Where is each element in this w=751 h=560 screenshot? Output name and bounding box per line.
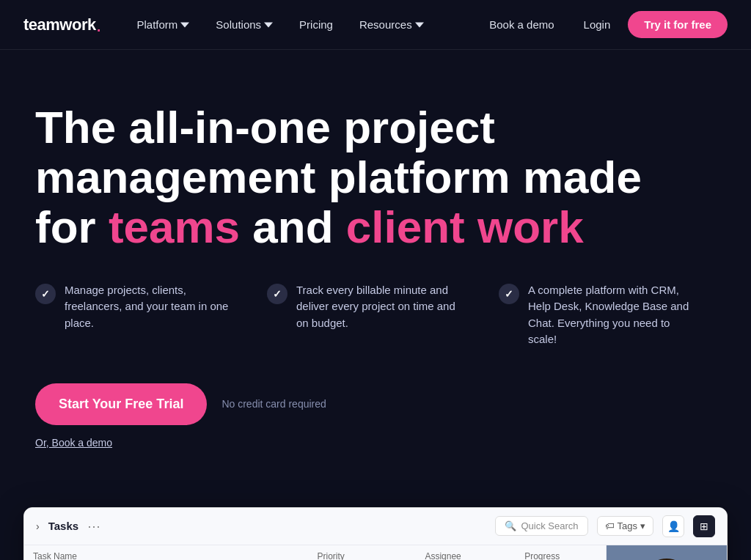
svg-rect-0	[607, 545, 728, 560]
check-icon-2	[267, 284, 287, 304]
nav-resources[interactable]: Resources	[348, 12, 436, 37]
book-demo-nav[interactable]: Book a demo	[477, 12, 565, 37]
pm-photo	[607, 545, 728, 560]
logo-dot: .	[96, 15, 102, 35]
pm-person-svg	[607, 545, 728, 560]
logo-text: teamwork	[23, 15, 96, 34]
try-free-button[interactable]: Try it for free	[628, 11, 728, 38]
user-icon-button[interactable]: 👤	[662, 515, 684, 537]
grid-icon-button[interactable]: ⊞	[693, 515, 715, 537]
hero-features: Manage projects, clients, freelancers, a…	[35, 282, 695, 348]
nav-links: Platform Solutions Pricing Resources	[125, 12, 478, 37]
tags-chevron-icon: ▾	[640, 520, 645, 531]
col-priority: Priority	[308, 545, 416, 560]
tag-icon: 🏷	[605, 520, 615, 531]
nav-solutions[interactable]: Solutions	[204, 12, 285, 37]
check-icon-1	[35, 284, 56, 304]
feature-2: Track every billable minute and deliver …	[267, 282, 464, 348]
feature-3-text: A complete platform with CRM, Help Desk,…	[528, 282, 695, 348]
tags-button[interactable]: 🏷 Tags ▾	[597, 516, 653, 536]
logo[interactable]: teamwork.	[23, 15, 102, 35]
hero-cta: Start Your Free Trial No credit card req…	[35, 383, 716, 425]
nav-pricing[interactable]: Pricing	[287, 12, 345, 37]
search-icon: 🔍	[505, 520, 516, 531]
no-credit-card-text: No credit card required	[221, 398, 326, 410]
navbar: teamwork. Platform Solutions Pricing Res…	[0, 0, 751, 50]
hero-headline: The all-in-one project management platfo…	[35, 103, 681, 253]
col-task-name: Task Name	[24, 545, 308, 560]
feature-1-text: Manage projects, clients, freelancers, a…	[65, 282, 232, 332]
check-icon-3	[499, 284, 519, 304]
hero-section: The all-in-one project management platfo…	[0, 50, 751, 484]
feature-1: Manage projects, clients, freelancers, a…	[35, 282, 232, 348]
app-preview: › Tasks ⋯ 🔍 Quick Search 🏷 Tags ▾ 👤 ⊞ Ta…	[23, 507, 728, 560]
feature-3: A complete platform with CRM, Help Desk,…	[499, 282, 695, 348]
feature-2-text: Track every billable minute and deliver …	[296, 282, 464, 332]
table-area: Task Name Priority Assignee Progress Ta.…	[24, 545, 727, 560]
more-options-icon[interactable]: ⋯	[87, 518, 101, 534]
app-toolbar: › Tasks ⋯ 🔍 Quick Search 🏷 Tags ▾ 👤 ⊞	[24, 508, 727, 545]
nav-platform[interactable]: Platform	[125, 12, 202, 37]
tasks-section-label: Tasks	[48, 520, 78, 532]
start-trial-button[interactable]: Start Your Free Trial	[35, 383, 207, 425]
collapse-chevron-icon[interactable]: ›	[36, 520, 40, 532]
pm-card: Project Manager	[606, 545, 727, 560]
login-button[interactable]: Login	[572, 12, 623, 37]
search-bar[interactable]: 🔍 Quick Search	[495, 516, 587, 536]
col-assignee: Assignee	[416, 545, 516, 560]
book-demo-link[interactable]: Or, Book a demo	[35, 437, 716, 449]
nav-right: Book a demo Login Try it for free	[477, 11, 728, 38]
